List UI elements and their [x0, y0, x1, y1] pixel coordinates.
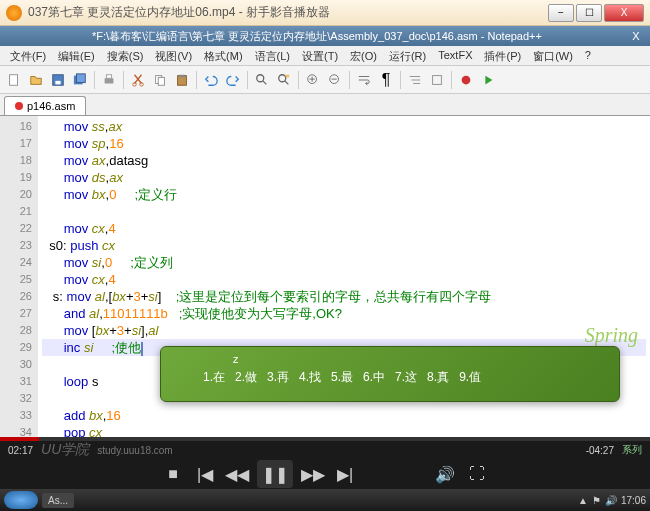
print-icon[interactable]: [99, 70, 119, 90]
folder-margin-icon[interactable]: [427, 70, 447, 90]
code-line[interactable]: s0: push cx: [42, 237, 646, 254]
next-button[interactable]: ▶|: [333, 462, 357, 486]
word-wrap-icon[interactable]: [354, 70, 374, 90]
ime-candidate[interactable]: 5.最: [331, 369, 353, 386]
windows-taskbar: As... ▲ ⚑ 🔊 17:06: [0, 489, 650, 511]
ime-candidate-bar[interactable]: z 1.在2.做3.再4.找5.最6.中7.这8.真9.值: [160, 346, 620, 402]
player-app-icon: [6, 5, 22, 21]
code-line[interactable]: mov cx,4: [42, 271, 646, 288]
find-icon[interactable]: [252, 70, 272, 90]
svg-rect-18: [433, 75, 442, 84]
svg-rect-2: [55, 80, 60, 84]
menu-item[interactable]: 格式(M): [198, 46, 249, 65]
code-editor[interactable]: 1617181920212223242526272829303132333435…: [0, 116, 650, 456]
menu-item[interactable]: 窗口(W): [527, 46, 579, 65]
taskbar-clock[interactable]: 17:06: [621, 495, 646, 506]
code-line[interactable]: mov ss,ax: [42, 118, 646, 135]
fullscreen-button[interactable]: ⛶: [465, 462, 489, 486]
elapsed-time: 02:17: [8, 445, 33, 456]
ime-candidate[interactable]: 3.再: [267, 369, 289, 386]
macro-record-icon[interactable]: [456, 70, 476, 90]
maximize-button[interactable]: ☐: [576, 4, 602, 22]
watermark-url: study.uuu18.com: [97, 445, 172, 456]
redo-icon[interactable]: [223, 70, 243, 90]
ime-candidate[interactable]: 7.这: [395, 369, 417, 386]
save-icon[interactable]: [48, 70, 68, 90]
ime-candidates[interactable]: 1.在2.做3.再4.找5.最6.中7.这8.真9.值: [203, 369, 607, 386]
zoom-out-icon[interactable]: [325, 70, 345, 90]
stop-button[interactable]: ■: [161, 462, 185, 486]
tray-icon[interactable]: 🔊: [605, 495, 617, 506]
open-file-icon[interactable]: [26, 70, 46, 90]
code-line[interactable]: s: mov al,[bx+3+si] ;这里是定位到每个要索引的字母，总共每行…: [42, 288, 646, 305]
code-line[interactable]: mov cx,4: [42, 220, 646, 237]
line-number-gutter: 1617181920212223242526272829303132333435…: [0, 116, 38, 456]
paste-icon[interactable]: [172, 70, 192, 90]
code-area[interactable]: mov ss,ax mov sp,16 mov ax,datasg mov ds…: [38, 116, 650, 456]
code-line[interactable]: [42, 203, 646, 220]
toolbar: ¶: [0, 66, 650, 94]
cut-icon[interactable]: [128, 70, 148, 90]
system-tray[interactable]: ▲ ⚑ 🔊 17:06: [578, 495, 646, 506]
menu-item[interactable]: 视图(V): [149, 46, 198, 65]
code-line[interactable]: mov ax,datasg: [42, 152, 646, 169]
menu-item[interactable]: 语言(L): [249, 46, 296, 65]
player-titlebar: 037第七章 更灵活定位内存地址06.mp4 - 射手影音播放器 − ☐ X: [0, 0, 650, 26]
code-line[interactable]: mov [bx+3+si],al: [42, 322, 646, 339]
svg-point-19: [462, 75, 471, 84]
ime-candidate[interactable]: 2.做: [235, 369, 257, 386]
menu-item[interactable]: 文件(F): [4, 46, 52, 65]
replace-icon[interactable]: [274, 70, 294, 90]
prev-button[interactable]: |◀: [193, 462, 217, 486]
ime-candidate[interactable]: 1.在: [203, 369, 225, 386]
menu-item[interactable]: 搜索(S): [101, 46, 150, 65]
code-line[interactable]: mov ds,ax: [42, 169, 646, 186]
menu-item[interactable]: 设置(T): [296, 46, 344, 65]
start-button[interactable]: [4, 491, 38, 509]
macro-play-icon[interactable]: [478, 70, 498, 90]
code-line[interactable]: mov sp,16: [42, 135, 646, 152]
show-all-chars-icon[interactable]: ¶: [376, 70, 396, 90]
undo-icon[interactable]: [201, 70, 221, 90]
ime-candidate[interactable]: 8.真: [427, 369, 449, 386]
code-line[interactable]: add bx,16: [42, 407, 646, 424]
menu-item[interactable]: TextFX: [432, 46, 478, 65]
modified-indicator-icon: [15, 102, 23, 110]
pause-button[interactable]: ❚❚: [257, 460, 293, 488]
progress-bar[interactable]: [0, 437, 650, 441]
tray-icon[interactable]: ▲: [578, 495, 588, 506]
code-line[interactable]: mov bx,0 ;定义行: [42, 186, 646, 203]
menu-item[interactable]: 宏(O): [344, 46, 383, 65]
ime-candidate[interactable]: 4.找: [299, 369, 321, 386]
taskbar-item[interactable]: As...: [42, 493, 74, 508]
copy-icon[interactable]: [150, 70, 170, 90]
minimize-button[interactable]: −: [548, 4, 574, 22]
tab-p146[interactable]: p146.asm: [4, 96, 86, 115]
spring-decoration: Spring: [585, 324, 638, 347]
tray-icon[interactable]: ⚑: [592, 495, 601, 506]
menu-item[interactable]: 运行(R): [383, 46, 432, 65]
tab-bar: p146.asm: [0, 94, 650, 116]
watermark-logo: UU学院: [41, 441, 89, 459]
indent-guide-icon[interactable]: [405, 70, 425, 90]
svg-rect-10: [158, 77, 164, 85]
menu-item[interactable]: ?: [579, 46, 597, 65]
player-window-title: 037第七章 更灵活定位内存地址06.mp4 - 射手影音播放器: [28, 4, 546, 21]
notepadpp-close-icon[interactable]: X: [628, 30, 644, 42]
code-line[interactable]: mov si,0 ;定义列: [42, 254, 646, 271]
svg-rect-6: [106, 74, 111, 78]
forward-button[interactable]: ▶▶: [301, 462, 325, 486]
new-file-icon[interactable]: [4, 70, 24, 90]
rewind-button[interactable]: ◀◀: [225, 462, 249, 486]
code-line[interactable]: and al,11011111b ;实现使他变为大写字母,OK?: [42, 305, 646, 322]
zoom-in-icon[interactable]: [303, 70, 323, 90]
menu-item[interactable]: 插件(P): [478, 46, 527, 65]
ime-candidate[interactable]: 6.中: [363, 369, 385, 386]
save-all-icon[interactable]: [70, 70, 90, 90]
close-button[interactable]: X: [604, 4, 644, 22]
progress-fill: [0, 437, 39, 441]
volume-icon[interactable]: 🔊: [433, 462, 457, 486]
video-player-controls: 02:17 UU学院 study.uuu18.com -04:27 系列 ■ |…: [0, 437, 650, 489]
ime-candidate[interactable]: 9.值: [459, 369, 481, 386]
menu-item[interactable]: 编辑(E): [52, 46, 101, 65]
